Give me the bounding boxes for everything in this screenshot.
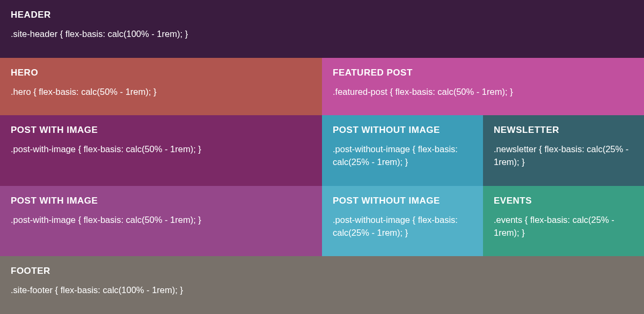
events-block: EVENTS .events { flex-basis: calc(25% - …	[483, 186, 644, 257]
hero-code: .hero { flex-basis: calc(50% - 1rem); }	[11, 86, 311, 99]
post-without-image-block: POST WITHOUT IMAGE .post-without-image {…	[322, 115, 483, 186]
post-with-image-code: .post-with-image { flex-basis: calc(50% …	[11, 143, 311, 156]
header-block: HEADER .site-header { flex-basis: calc(1…	[0, 0, 644, 58]
newsletter-title: NEWSLETTER	[494, 125, 633, 136]
featured-code: .featured-post { flex-basis: calc(50% - …	[333, 86, 633, 99]
footer-block: FOOTER .site-footer { flex-basis: calc(1…	[0, 256, 644, 314]
featured-post-block: FEATURED POST .featured-post { flex-basi…	[322, 58, 644, 116]
footer-title: FOOTER	[11, 266, 633, 276]
post-without-image-title: POST WITHOUT IMAGE	[333, 125, 472, 136]
post-with-image-block: POST WITH IMAGE .post-with-image { flex-…	[0, 115, 322, 186]
hero-title: HERO	[11, 68, 311, 78]
featured-title: FEATURED POST	[333, 68, 633, 78]
post-without-image-title: POST WITHOUT IMAGE	[333, 196, 472, 206]
post-without-image-code: .post-without-image { flex-basis: calc(2…	[333, 143, 472, 169]
post-with-image-title: POST WITH IMAGE	[11, 196, 311, 206]
events-title: EVENTS	[494, 196, 633, 206]
post-without-image-block: POST WITHOUT IMAGE .post-without-image {…	[322, 186, 483, 257]
hero-block: HERO .hero { flex-basis: calc(50% - 1rem…	[0, 58, 322, 116]
footer-code: .site-footer { flex-basis: calc(100% - 1…	[11, 284, 633, 297]
newsletter-block: NEWSLETTER .newsletter { flex-basis: cal…	[483, 115, 644, 186]
newsletter-code: .newsletter { flex-basis: calc(25% - 1re…	[494, 143, 633, 169]
events-code: .events { flex-basis: calc(25% - 1rem); …	[494, 214, 633, 240]
post-with-image-block: POST WITH IMAGE .post-with-image { flex-…	[0, 186, 322, 257]
header-title: HEADER	[11, 10, 633, 20]
post-with-image-title: POST WITH IMAGE	[11, 125, 311, 136]
header-code: .site-header { flex-basis: calc(100% - 1…	[11, 28, 633, 41]
post-without-image-code: .post-without-image { flex-basis: calc(2…	[333, 214, 472, 240]
post-with-image-code: .post-with-image { flex-basis: calc(50% …	[11, 214, 311, 227]
